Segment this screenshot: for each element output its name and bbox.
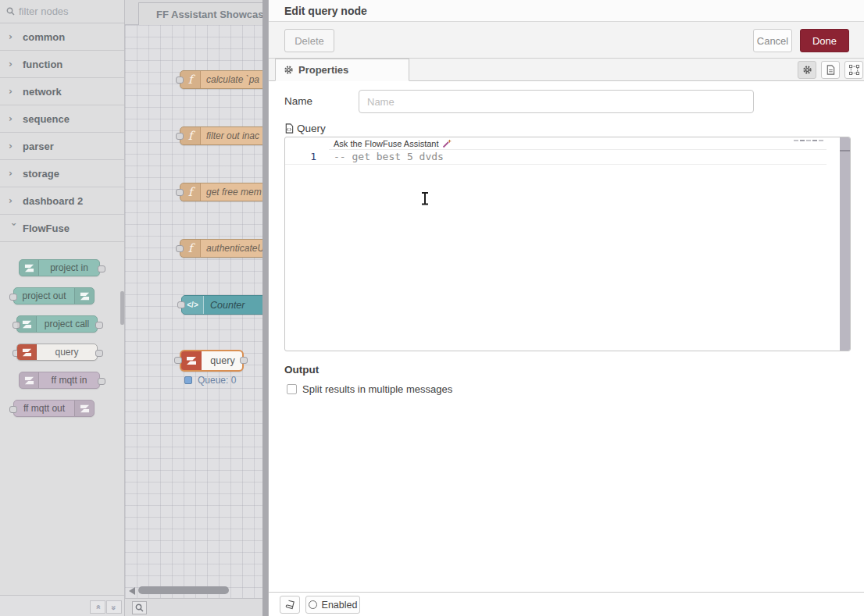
canvas-grid[interactable] xyxy=(125,25,268,616)
gear-icon xyxy=(802,65,812,75)
double-chevron-down-icon: » xyxy=(109,605,119,609)
magic-wand-icon xyxy=(442,139,452,148)
query-field-label: Query xyxy=(297,123,326,134)
tab-properties[interactable]: Properties xyxy=(275,59,409,81)
output-section-label: Output xyxy=(284,364,319,376)
flow-node-calculate[interactable]: f calculate `pa xyxy=(180,70,268,89)
flowfuse-logo-icon xyxy=(17,316,37,332)
chevron-right-icon: › xyxy=(9,86,23,97)
palette-node-ff-mqtt-out[interactable]: ff mqtt out xyxy=(13,400,95,417)
edit-panel-footer: Enabled xyxy=(269,592,864,616)
split-results-option[interactable]: Split results in multiple messages xyxy=(287,383,452,395)
node-input-port[interactable] xyxy=(176,189,184,196)
palette-node-project-out[interactable]: project out xyxy=(13,287,95,304)
palette-scrollbar[interactable] xyxy=(120,291,124,325)
appearance-view-button[interactable] xyxy=(844,61,863,79)
hscroll-left-arrow[interactable] xyxy=(129,587,135,595)
node-input-port[interactable] xyxy=(174,357,182,364)
cancel-button[interactable]: Cancel xyxy=(753,29,792,52)
palette-category-common[interactable]: › common xyxy=(0,23,124,51)
canvas-footer xyxy=(125,598,268,616)
chevron-right-icon: › xyxy=(9,168,23,179)
flow-node-authenticate[interactable]: f authenticateU xyxy=(180,239,268,258)
zoom-search-button[interactable] xyxy=(132,601,147,614)
properties-view-button[interactable] xyxy=(798,61,816,79)
node-status-text: Queue: 0 xyxy=(198,375,236,386)
node-palette: filter nodes › common › function › netwo… xyxy=(0,0,125,616)
flowfuse-logo-icon xyxy=(74,401,94,416)
node-input-port[interactable] xyxy=(176,245,184,252)
text-cursor-pointer xyxy=(421,192,428,205)
palette-category-parser[interactable]: › parser xyxy=(0,133,124,160)
assistant-prompt-row[interactable]: Ask the FlowFuse Assistant xyxy=(329,137,827,150)
panel-resize-handle[interactable] xyxy=(262,0,268,616)
tab-ff-assistant-showcase[interactable]: FF Assistant Showcase xyxy=(138,2,268,25)
search-icon xyxy=(6,7,15,16)
palette-node-ff-mqtt-in[interactable]: ff mqtt in xyxy=(19,372,100,389)
palette-filter-input[interactable]: filter nodes xyxy=(0,0,124,23)
line-number: 1 xyxy=(302,151,316,162)
chevron-right-icon: › xyxy=(9,31,23,42)
code-file-icon xyxy=(284,123,294,134)
split-results-checkbox[interactable] xyxy=(287,384,297,394)
node-input-port[interactable] xyxy=(176,77,184,84)
palette-node-project-call[interactable]: project call xyxy=(16,315,98,333)
toggle-circle-icon xyxy=(309,600,317,609)
horizontal-scrollbar[interactable] xyxy=(138,586,229,594)
enabled-label: Enabled xyxy=(322,600,358,611)
flowfuse-logo-icon xyxy=(20,260,39,276)
edit-panel-header: Edit query node xyxy=(269,0,864,22)
name-input[interactable] xyxy=(359,90,754,113)
edit-panel-button-row: Delete Cancel Done xyxy=(269,22,864,59)
edit-panel-content: Name Query Ask the FlowFuse Assistant 1 … xyxy=(269,81,864,592)
node-input-port[interactable] xyxy=(176,133,184,140)
node-output-port xyxy=(98,378,105,385)
delete-button[interactable]: Delete xyxy=(284,29,334,52)
expand-all-button[interactable]: » xyxy=(106,600,122,614)
palette-category-function[interactable]: › function xyxy=(0,51,124,78)
palette-category-storage[interactable]: › storage xyxy=(0,160,124,187)
book-icon xyxy=(285,600,295,610)
node-output-port xyxy=(95,322,103,329)
chevron-right-icon: › xyxy=(9,59,23,69)
name-field-label: Name xyxy=(284,95,312,107)
editor-scrollbar[interactable] xyxy=(840,137,850,351)
code-icon: </> xyxy=(182,296,204,314)
palette-category-flowfuse[interactable]: › FlowFuse xyxy=(0,215,124,242)
node-status-icon xyxy=(184,376,192,384)
flow-node-filter[interactable]: f filter out inac xyxy=(180,126,268,145)
palette-node-query[interactable]: query xyxy=(16,344,98,361)
palette-category-dashboard2[interactable]: › dashboard 2 xyxy=(0,187,124,215)
node-output-port xyxy=(98,265,105,272)
gear-icon xyxy=(284,65,294,75)
flow-node-counter[interactable]: </> Counter xyxy=(181,295,268,315)
chevron-down-icon: › xyxy=(9,223,20,237)
code-line-1[interactable]: 1 -- get best 5 dvds xyxy=(285,150,827,165)
flow-canvas[interactable]: FF Assistant Showcase f calculate `pa f … xyxy=(125,0,268,616)
assistant-prompt-text: Ask the FlowFuse Assistant xyxy=(334,139,439,148)
node-input-port[interactable] xyxy=(177,301,185,308)
palette-node-project-in[interactable]: project in xyxy=(19,259,100,276)
description-view-button[interactable] xyxy=(821,61,840,79)
palette-filter-placeholder: filter nodes xyxy=(19,5,69,17)
palette-category-sequence[interactable]: › sequence xyxy=(0,105,124,133)
edit-node-panel: Edit query node Delete Cancel Done Prope… xyxy=(268,0,864,616)
flow-node-query-selected[interactable]: query xyxy=(180,350,244,372)
palette-footer: » » xyxy=(0,595,124,616)
double-chevron-up-icon: » xyxy=(93,605,102,609)
collapse-all-button[interactable]: » xyxy=(90,600,105,614)
object-frame-icon xyxy=(849,65,859,75)
palette-category-network[interactable]: › network xyxy=(0,78,124,105)
flowfuse-logo-icon xyxy=(17,344,37,360)
done-button[interactable]: Done xyxy=(800,29,849,52)
chevron-right-icon: › xyxy=(9,113,23,124)
search-icon xyxy=(135,604,144,612)
enabled-toggle-button[interactable]: Enabled xyxy=(305,596,360,614)
chevron-right-icon: › xyxy=(9,141,23,151)
query-code-editor[interactable]: Ask the FlowFuse Assistant 1 -- get best… xyxy=(284,137,851,351)
node-output-port xyxy=(95,350,103,357)
flow-node-get-free-mem[interactable]: f get free mem xyxy=(180,183,268,201)
node-output-port[interactable] xyxy=(240,357,248,364)
split-results-label: Split results in multiple messages xyxy=(302,383,452,395)
node-help-button[interactable] xyxy=(280,596,300,614)
